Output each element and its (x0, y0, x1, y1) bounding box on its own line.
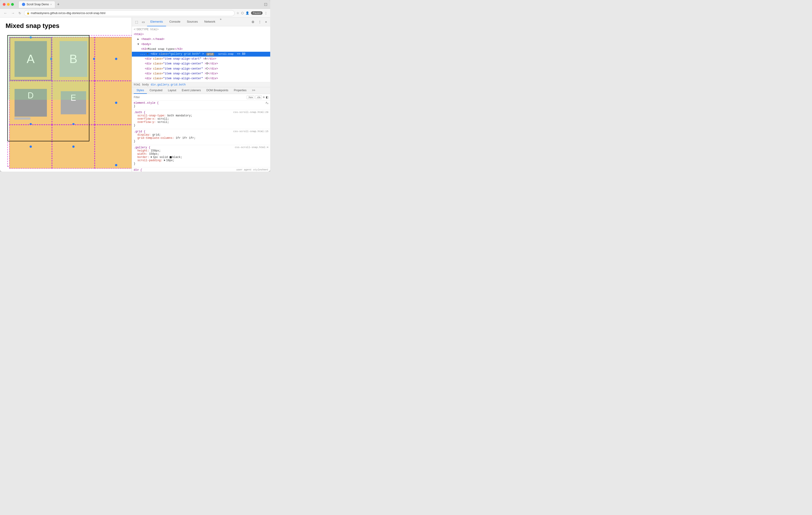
snap-dot-c (115, 58, 117, 60)
toggle-sidebar-button[interactable]: ◧ (266, 95, 268, 99)
new-tab-button[interactable]: + (57, 2, 60, 6)
tab-close-button[interactable]: × (50, 3, 52, 6)
snap-item-f (95, 81, 132, 125)
css-close-grid: } (134, 140, 268, 143)
panel-tabs: Styles Computed Layout Event Listeners D… (132, 87, 270, 94)
border-expand-icon[interactable] (151, 156, 152, 158)
tab-elements[interactable]: Elements (147, 18, 166, 26)
css-close-both: } (134, 124, 268, 127)
snap-dot-i (115, 164, 117, 166)
css-prop-scroll-padding: scroll-padding: 10px; (134, 159, 268, 162)
nav-bar: ← → ↻ 🔒 mathiasbynens.github.io/css-dbg-… (0, 9, 270, 18)
css-prop-scroll-snap-type: scroll-snap-type: both mandatory; (134, 114, 268, 117)
devtools-close-button[interactable]: × (264, 19, 268, 25)
more-tabs-button[interactable]: » (219, 18, 223, 26)
dom-doctype[interactable]: <!DOCTYPE html> (132, 27, 270, 32)
dom-html[interactable]: <html> (132, 32, 270, 37)
snap-item-e: E (52, 81, 95, 125)
tab-favicon (22, 3, 25, 6)
css-selector-div-ua-row: div { user agent stylesheet (134, 168, 268, 172)
css-prop-overflow-x: overflow-x: scroll; (134, 117, 268, 120)
tab-console[interactable]: Console (166, 18, 183, 26)
css-prop-height: height: 150px; (134, 149, 268, 152)
snap-dot-f (115, 102, 117, 104)
webpage: Mixed snap types A (0, 18, 132, 172)
add-style-button[interactable]: + (263, 95, 265, 99)
snap-grid: A B D (9, 37, 132, 169)
breadcrumb-div[interactable]: div.gallery.grid.both (151, 83, 186, 86)
tab-network[interactable]: Network (201, 18, 219, 26)
nav-actions: ☆ ⬡ 👤 Paused ⋮ (236, 11, 267, 15)
scroll-padding-expand-icon[interactable] (164, 159, 165, 161)
dom-item-e[interactable]: <div class="item snap-align-center" >E</… (132, 76, 270, 81)
tab-sources[interactable]: Sources (183, 18, 201, 26)
breadcrumb-html[interactable]: html (134, 83, 140, 86)
breadcrumb-body[interactable]: body (142, 83, 149, 86)
back-button[interactable]: ← (3, 10, 8, 16)
dom-item-b[interactable]: <div class="item snap-align-center" >B</… (132, 61, 270, 66)
item-label-a: A (14, 41, 47, 77)
reload-button[interactable]: ↻ (18, 10, 22, 16)
tab-layout[interactable]: Layout (165, 87, 179, 94)
tab-styles[interactable]: Styles (134, 87, 147, 94)
snap-item-i (95, 125, 132, 169)
hov-button[interactable]: :hov (246, 95, 254, 99)
tab-more-panel[interactable]: >> (249, 87, 258, 94)
dom-h3[interactable]: <h3>Mixed snap types</h3> (132, 47, 270, 52)
css-close-element: } (134, 105, 268, 108)
forward-button[interactable]: → (10, 10, 16, 16)
tab-properties[interactable]: Properties (231, 87, 250, 94)
css-rule-gallery: .gallery { css-scroll-snap.html:4 height… (132, 145, 270, 167)
lock-icon: 🔒 (27, 11, 30, 15)
scrollbar-d (14, 117, 30, 120)
title-bar: Scroll Snap Demo × + ⊡ (0, 0, 270, 9)
profile-icon[interactable]: 👤 (245, 11, 249, 15)
active-tab[interactable]: Scroll Snap Demo × (19, 1, 55, 8)
filter-input[interactable] (134, 95, 246, 99)
css-prop-display-grid: display: grid; (134, 133, 268, 137)
dom-item-d[interactable]: <div class="item snap-align-center" >D</… (132, 71, 270, 76)
css-prop-grid-template: grid-template-columns: 1fr 1fr 1fr; (134, 137, 268, 140)
tab-title: Scroll Snap Demo (27, 3, 49, 6)
snap-item-d: D (9, 81, 52, 125)
tab-computed[interactable]: Computed (147, 87, 165, 94)
css-prop-width: width: 150px; (134, 152, 268, 156)
menu-button[interactable]: ⋮ (264, 11, 267, 15)
css-rule-both: .both { css-scroll-snap.html:29 scroll-s… (132, 110, 270, 129)
traffic-lights (3, 3, 14, 6)
content-area: Mixed snap types A (0, 18, 270, 172)
devtools-more-button[interactable]: ⋮ (257, 19, 263, 25)
devtools-settings-button[interactable]: ⚙ (250, 19, 256, 25)
snap-dot-a-top (30, 36, 32, 38)
snap-item-b: B (52, 37, 95, 81)
bookmark-icon[interactable]: ☆ (236, 11, 239, 15)
extension-icon[interactable]: ⬡ (241, 11, 244, 15)
css-prop-overflow-y: overflow-y: scroll; (134, 120, 268, 124)
address-bar[interactable]: 🔒 mathiasbynens.github.io/css-dbg-storie… (24, 10, 235, 16)
dom-item-c[interactable]: <div class="item snap-align-center" >C</… (132, 66, 270, 71)
minimize-button[interactable] (7, 3, 10, 6)
paused-badge: Paused (251, 11, 263, 15)
css-selector-element: element.style { AA (134, 102, 268, 105)
devtools-panel: ⬚ ▭ Elements Console Sources Network (132, 18, 270, 172)
device-toggle-button[interactable]: ▭ (140, 19, 146, 25)
devtools-toolbar: ⬚ ▭ Elements Console Sources Network (132, 18, 270, 26)
css-prop-border: border: 1px solid black; (134, 156, 268, 159)
tab-event-listeners[interactable]: Event Listeners (179, 87, 204, 94)
inspect-element-button[interactable]: ⬚ (134, 19, 140, 25)
filter-bar: :hov .cls + ◧ (132, 94, 270, 101)
color-swatch-black[interactable] (170, 156, 172, 159)
cls-button[interactable]: .cls (255, 95, 262, 99)
close-button[interactable] (3, 3, 5, 6)
dom-div-selected[interactable]: ... ▼ <div class="gallery grid both" > g… (132, 52, 270, 57)
dom-head[interactable]: ▶ <head>…</head> (132, 37, 270, 42)
snap-dot-h (72, 145, 75, 148)
css-rule-grid: .grid { css-scroll-snap.html:15 display:… (132, 129, 270, 145)
dom-item-a[interactable]: <div class="item snap-align-start" >A</d… (132, 57, 270, 61)
dom-body[interactable]: ▼ <body> (132, 42, 270, 47)
snap-item-g (9, 125, 52, 169)
fullscreen-button[interactable] (11, 3, 14, 6)
window-control: ⊡ (264, 2, 267, 7)
devtools-tabs: Elements Console Sources Network » (147, 18, 223, 26)
tab-dom-breakpoints[interactable]: DOM Breakpoints (204, 87, 231, 94)
